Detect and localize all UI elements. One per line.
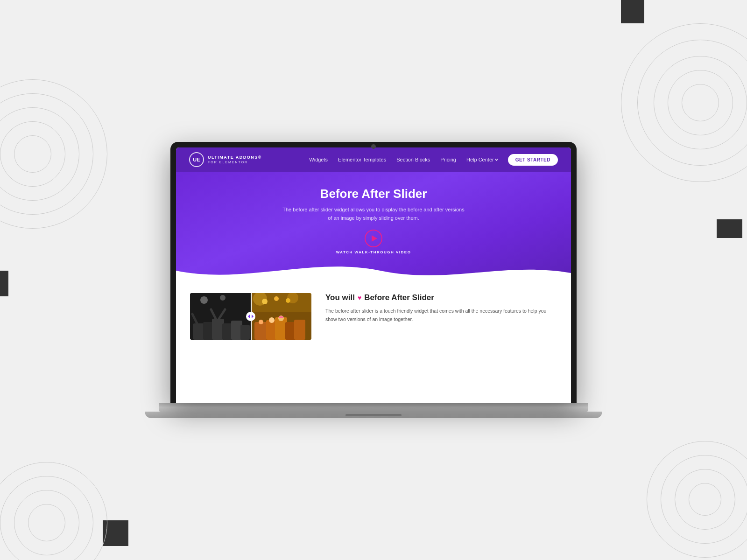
circles-left [0,84,103,224]
laptop-notch [371,144,376,149]
circles-bottom-right [644,439,747,560]
circles-bottom-left [0,457,112,560]
svg-point-37 [259,320,263,324]
logo-initials: UE [193,157,200,162]
svg-rect-26 [254,322,268,340]
content-text: You will ♥ Before After Slider The befor… [325,293,557,324]
logo-sub: FOR ELEMENTOR [208,160,262,164]
nav-link-pricing[interactable]: Pricing [440,157,456,162]
slider-handle[interactable] [246,312,255,321]
nav-link-widgets[interactable]: Widgets [309,157,328,162]
content-section: You will ♥ Before After Slider The befor… [176,284,571,349]
laptop-base [145,412,602,418]
play-icon [372,235,377,242]
hero-wave [176,257,571,284]
before-image [190,293,251,340]
slider-arrows-icon [248,314,254,319]
laptop-vent [345,414,402,416]
circles-right [626,28,747,177]
laptop: UE ULTIMATE ADDONS® FOR ELEMENTOR Widget… [145,142,602,418]
content-heading: You will ♥ Before After Slider [325,293,557,302]
nav-link-help-center[interactable]: Help Center [466,157,498,162]
logo-text-area: ULTIMATE ADDONS® FOR ELEMENTOR [208,155,262,165]
content-title-suffix: Before After Slider [364,293,434,302]
nav-link-elementor-templates[interactable]: Elementor Templates [338,157,386,162]
bg-square-top [621,0,644,23]
help-center-chevron-icon [495,157,498,161]
nav-links: Widgets Elementor Templates Section Bloc… [309,154,558,166]
svg-point-21 [262,299,268,304]
svg-point-22 [274,296,279,301]
svg-marker-40 [252,315,254,318]
svg-rect-38 [279,316,283,318]
laptop-screen: UE ULTIMATE ADDONS® FOR ELEMENTOR Widget… [170,142,577,403]
site-nav: UE ULTIMATE ADDONS® FOR ELEMENTOR Widget… [176,147,571,172]
content-description: The before after slider is a touch frien… [325,307,557,324]
svg-rect-32 [285,322,296,340]
nav-link-section-blocks[interactable]: Section Blocks [396,157,430,162]
bg-square-bottom [103,520,128,546]
watch-walkthrough-label: WATCH WALK-THROUGH VIDEO [336,250,411,254]
svg-rect-10 [222,323,233,340]
play-button-area: WATCH WALK-THROUGH VIDEO [185,230,562,254]
after-image [251,293,311,340]
laptop-base-top [159,403,588,412]
bg-square-left [0,271,8,296]
svg-rect-34 [294,320,305,340]
screen-inner: UE ULTIMATE ADDONS® FOR ELEMENTOR Widget… [176,147,571,403]
heart-icon: ♥ [358,294,361,301]
svg-point-23 [286,298,290,303]
bg-square-right [717,219,742,238]
play-button[interactable] [365,230,382,247]
svg-marker-39 [248,315,250,318]
svg-point-35 [269,317,275,323]
content-title-prefix: You will [325,293,355,302]
hero-description: The before after slider widget allows yo… [280,206,467,222]
hero-section: Before After Slider The before after sli… [176,172,571,284]
logo-name: ULTIMATE ADDONS® [208,155,262,161]
svg-point-2 [220,295,226,301]
bw-crowd-svg [190,293,251,340]
svg-rect-14 [240,325,250,340]
get-started-button[interactable]: GET STARTED [508,154,558,166]
logo-icon: UE [189,152,204,167]
logo-area: UE ULTIMATE ADDONS® FOR ELEMENTOR [189,152,262,167]
color-crowd-svg [251,293,311,340]
before-after-image [190,293,311,340]
hero-title: Before After Slider [185,187,562,201]
svg-point-1 [200,296,208,304]
